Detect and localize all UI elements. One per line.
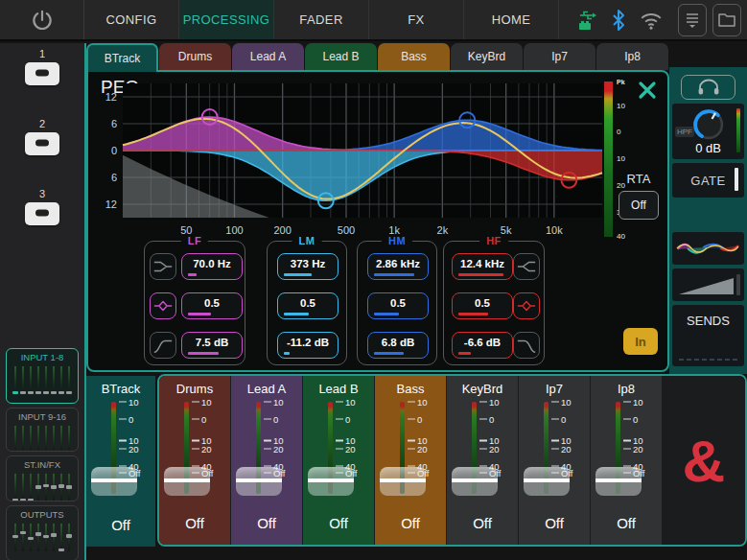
eq-lf-gain-value[interactable]: 7.5 dB	[181, 332, 243, 359]
mini-fader-cap	[12, 391, 18, 395]
top-tab-fader[interactable]: FADER	[274, 0, 369, 39]
channel-tab-lead-a[interactable]: Lead A	[232, 43, 304, 70]
preamp-panel[interactable]: HPF 0 dB	[672, 104, 744, 159]
channel-tab-lead-b[interactable]: Lead B	[305, 43, 377, 70]
eq-band-lm: LM373 Hz0.5-11.2 dB	[267, 241, 347, 365]
fader-scale-tick: 20	[551, 443, 572, 454]
gate-panel[interactable]: GATE	[672, 163, 744, 198]
comp-thumb-panel[interactable]	[672, 268, 744, 301]
hpf-icon	[152, 335, 174, 356]
layer-button-st-in-fx[interactable]: ST.IN/FX	[6, 455, 79, 502]
channel-strip-ip8[interactable]: Ip8100102040OffOff	[591, 376, 662, 545]
eq-lm-gain-value[interactable]: -11.2 dB	[277, 332, 338, 359]
mute-group-number: 1	[25, 48, 59, 59]
eq-graph[interactable]: 501002005001k2k5k10k1260612	[96, 78, 614, 243]
scenes-button[interactable]	[712, 4, 741, 36]
mini-fader	[66, 473, 72, 502]
gain-readout: 0 dB	[672, 141, 744, 155]
fader-scale-tick: 10	[192, 397, 212, 408]
sends-panel[interactable]: SENDS	[672, 305, 744, 366]
eq-lf-freq-value[interactable]: 70.0 Hz	[181, 253, 243, 280]
strip-fader[interactable]: 100102040Off	[375, 398, 446, 505]
layer-mini-faders	[7, 520, 78, 553]
layer-button-outputs[interactable]: OUTPUTS	[6, 505, 79, 560]
mini-fader	[35, 425, 41, 452]
mini-fader-track	[60, 366, 62, 394]
eq-band-hm: HM2.86 kHz0.56.8 dB	[357, 241, 437, 365]
channel-tab-btrack[interactable]: BTrack	[86, 43, 158, 72]
svg-text:2k: 2k	[437, 224, 449, 236]
strip-fader[interactable]: 100102040Off	[303, 398, 374, 505]
rta-toggle-button[interactable]: Off	[619, 191, 659, 220]
fader-cap[interactable]	[308, 467, 354, 496]
fader-cap[interactable]	[164, 467, 210, 496]
fader-cap[interactable]	[595, 467, 642, 496]
channel-tab-ip7[interactable]: Ip7	[524, 43, 595, 70]
channel-tab-bass[interactable]: Bass	[378, 43, 450, 70]
eq-hm-freq-value[interactable]: 2.86 kHz	[367, 253, 429, 280]
eq-lm-width-value[interactable]: 0.5	[277, 292, 338, 319]
pafl-button[interactable]	[681, 75, 735, 100]
strip-name: Drums	[159, 376, 230, 396]
eq-hm-width-value[interactable]: 0.5	[367, 292, 429, 319]
mute-group-button-1[interactable]	[25, 62, 59, 85]
fader-levels-button[interactable]	[678, 4, 707, 36]
fader-cap[interactable]	[380, 467, 426, 496]
strip-fader[interactable]: 100102040Off	[447, 398, 518, 505]
mini-fader-track	[45, 366, 47, 394]
filter-type-shelf-high-button[interactable]	[513, 253, 540, 280]
fader-cap[interactable]	[91, 467, 137, 496]
filter-type-shelf-low-button[interactable]	[150, 253, 176, 280]
mute-group-button-2[interactable]	[25, 132, 59, 155]
strip-fader[interactable]: 100102040Off	[159, 398, 230, 505]
strip-name: Ip7	[519, 376, 590, 396]
mute-group-button-3[interactable]	[25, 202, 59, 225]
filter-type-hpf-button[interactable]	[150, 332, 176, 359]
top-tab-processing[interactable]: PROCESSING	[179, 0, 274, 39]
fader-scale-tick: 20	[479, 443, 500, 454]
top-tab-fx[interactable]: FX	[369, 0, 464, 39]
channel-strip-ip7[interactable]: Ip7100102040OffOff	[519, 376, 590, 545]
channel-strip-drums[interactable]: Drums100102040OffOff	[159, 376, 230, 545]
gate-label: GATE	[672, 174, 744, 188]
channel-tab-keybrd[interactable]: KeyBrd	[451, 43, 523, 70]
top-tab-home[interactable]: HOME	[464, 0, 559, 39]
mini-fader	[58, 365, 64, 396]
filter-type-lpf-button[interactable]	[513, 332, 540, 359]
strip-fader[interactable]: 100102040Off	[86, 398, 155, 505]
filter-type-bell-button[interactable]	[513, 292, 540, 319]
channel-strip-lead-a[interactable]: Lead A100102040OffOff	[231, 376, 302, 545]
channel-strip-keybrd[interactable]: KeyBrd100102040OffOff	[447, 376, 518, 545]
eq-lf-width-value[interactable]: 0.5	[181, 292, 243, 319]
channel-tab-ip8[interactable]: Ip8	[596, 43, 668, 70]
value-meter	[188, 313, 211, 315]
strip-fader[interactable]: 100102040Off	[519, 398, 590, 505]
channel-strip-lead-b[interactable]: Lead B100102040OffOff	[303, 376, 374, 545]
fader-cap[interactable]	[236, 467, 282, 496]
channel-strip-bass[interactable]: Bass100102040OffOff	[375, 376, 446, 545]
fader-cap[interactable]	[524, 467, 570, 496]
strip-level-readout: Off	[447, 515, 518, 531]
eq-in-button[interactable]: In	[623, 328, 658, 355]
layer-button-input-1-8[interactable]: INPUT 1-8	[6, 348, 79, 404]
peq-thumb-panel[interactable]	[672, 232, 744, 265]
top-tab-config[interactable]: CONFIG	[84, 0, 179, 39]
channel-tab-drums[interactable]: Drums	[159, 43, 231, 70]
sends-mini-faders	[679, 359, 737, 362]
strip-fader[interactable]: 100102040Off	[231, 398, 302, 505]
gain-knob[interactable]	[689, 105, 728, 144]
close-icon[interactable]	[636, 79, 659, 102]
eq-hm-gain-value[interactable]: 6.8 dB	[367, 332, 429, 359]
value-meter	[188, 273, 197, 276]
eq-hf-freq-value[interactable]: 12.4 kHz	[452, 253, 513, 280]
eq-lm-freq-value[interactable]: 373 Hz	[277, 253, 338, 280]
eq-hf-gain-value[interactable]: -6.6 dB	[452, 332, 513, 359]
eq-hf-width-value[interactable]: 0.5	[452, 292, 513, 319]
filter-type-bell-button[interactable]	[150, 292, 176, 319]
eq-band-label: LM	[292, 235, 322, 246]
power-button[interactable]	[0, 0, 84, 39]
value-text: 0.5	[182, 297, 242, 309]
fader-cap[interactable]	[452, 467, 498, 496]
strip-fader[interactable]: 100102040Off	[591, 398, 662, 505]
layer-button-input-9-16[interactable]: INPUT 9-16	[6, 408, 79, 452]
